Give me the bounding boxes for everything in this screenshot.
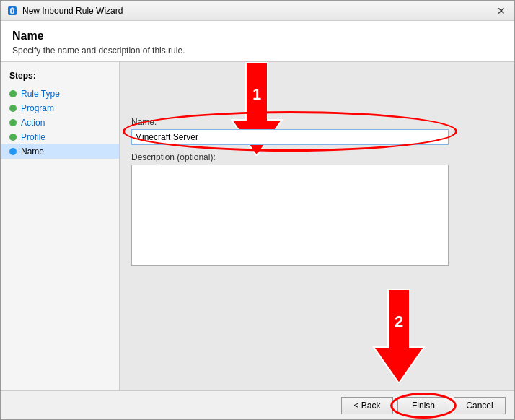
step-dot-program [9,105,17,112]
steps-panel: Steps: Rule Type Program Action Profile … [1,62,120,390]
right-panel: 1 Name: Description (optional): 2 [120,62,514,390]
title-bar-text: New Inbound Rule Wizard [22,6,494,16]
sidebar-item-action[interactable]: Action [1,115,119,130]
page-subtitle: Specify the name and description of this… [12,45,503,56]
name-field-wrapper: Name: [131,117,449,145]
page-title: Name [12,30,503,43]
annotation-arrow-2: 2 [356,289,442,383]
sidebar-item-profile[interactable]: Profile [1,130,119,144]
finish-button[interactable]: Finish [397,397,449,414]
main-area: Steps: Rule Type Program Action Profile … [1,62,514,390]
step-dot-rule-type [9,90,17,97]
name-input[interactable] [131,129,449,145]
form-section: Name: Description (optional): [131,117,503,268]
desc-textarea[interactable] [131,165,449,266]
window-icon [6,5,18,17]
step-dot-name [9,148,17,155]
title-bar: New Inbound Rule Wizard ✕ [1,1,514,21]
close-button[interactable]: ✕ [494,4,509,18]
svg-text:1: 1 [252,85,261,103]
finish-wrapper: Finish [397,397,449,414]
step-dot-profile [9,134,17,141]
header-section: Name Specify the name and description of… [1,21,514,62]
sidebar-item-program[interactable]: Program [1,101,119,115]
sidebar-item-rule-type[interactable]: Rule Type [1,87,119,101]
step-dot-action [9,119,17,126]
desc-label: Description (optional): [131,152,503,162]
sidebar-item-name[interactable]: Name [1,144,119,159]
footer: < Back Finish Cancel [1,390,514,419]
steps-label: Steps: [1,71,119,87]
svg-text:2: 2 [395,312,403,331]
back-button[interactable]: < Back [341,397,393,414]
wizard-window: New Inbound Rule Wizard ✕ Name Specify t… [0,0,515,420]
svg-marker-3 [374,289,424,383]
cancel-button[interactable]: Cancel [454,397,506,414]
name-label: Name: [131,117,449,127]
